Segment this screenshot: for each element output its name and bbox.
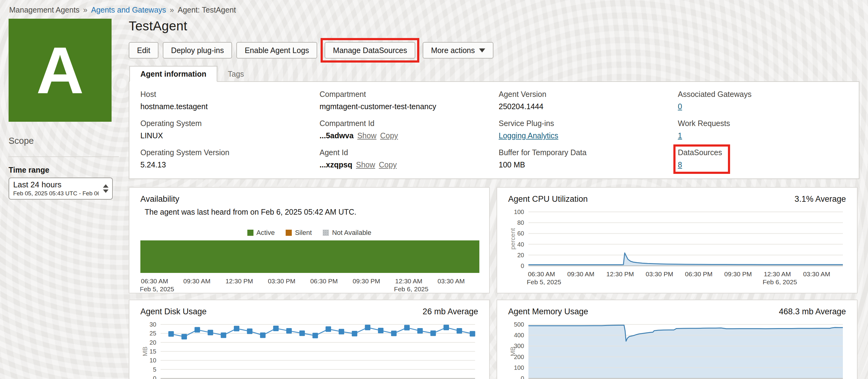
- field-agent-id: Agent Id...xzqpsqShowCopy: [320, 148, 397, 169]
- legend-item-silent: Silent: [286, 229, 312, 237]
- tab-agent-information[interactable]: Agent information: [129, 66, 217, 82]
- spinner-icon[interactable]: [103, 184, 108, 193]
- svg-text:15: 15: [150, 348, 156, 355]
- legend-item-active: Active: [247, 229, 275, 237]
- page: Management Agents»Agents and Gateways»Ag…: [0, 0, 868, 379]
- field-label: DataSources: [678, 148, 733, 157]
- field-operating-system-version: Operating System Version5.24.13: [141, 148, 229, 169]
- avatar-letter: A: [36, 37, 84, 103]
- field-operating-system: Operating SystemLINUX: [141, 119, 202, 140]
- svg-text:40: 40: [517, 241, 524, 248]
- field-link-datasources[interactable]: 8: [678, 161, 682, 169]
- field-datasources: DataSources8: [678, 148, 733, 169]
- breadcrumb-separator: »: [170, 5, 174, 14]
- field-value: 0: [678, 102, 751, 111]
- availability-subtitle: The agent was last heard from on Feb 6, …: [145, 208, 478, 216]
- field-value: ...xzqpsqShowCopy: [320, 161, 397, 169]
- spinner-down-icon[interactable]: [103, 190, 108, 193]
- manage-datasources-button[interactable]: Manage DataSources: [324, 42, 415, 59]
- cpu-chart: 020406080100percent06:30 AMFeb 5, 202509…: [508, 208, 847, 285]
- tab-tags[interactable]: Tags: [217, 66, 254, 82]
- deploy-plug-ins-button[interactable]: Deploy plug-ins: [163, 42, 232, 59]
- legend-label: Silent: [295, 229, 312, 237]
- svg-text:03:30 PM: 03:30 PM: [646, 270, 673, 278]
- cpu-title: Agent CPU Utilization: [508, 195, 588, 204]
- svg-text:03:30 AM: 03:30 AM: [437, 278, 465, 285]
- field-value-text: ...xzqpsq: [320, 161, 352, 169]
- field-value: 5.24.13: [141, 161, 229, 169]
- disk-average-label: 26 mb Average: [423, 307, 478, 316]
- disk-title: Agent Disk Usage: [141, 307, 207, 316]
- field-link-associated-gateways[interactable]: 0: [678, 102, 682, 111]
- field-value: hostname.testagent: [141, 102, 208, 111]
- svg-text:MB: MB: [509, 347, 516, 356]
- svg-text:09:30 PM: 09:30 PM: [724, 270, 752, 278]
- memory-card: Agent Memory Usage468.3 mb Average010020…: [497, 299, 858, 379]
- info-column: Associated Gateways0Work Requests1DataSo…: [678, 90, 848, 169]
- svg-text:09:30 AM: 09:30 AM: [183, 278, 211, 285]
- field-value: 8: [678, 161, 733, 169]
- svg-text:06:30 AM: 06:30 AM: [528, 270, 555, 278]
- field-work-requests: Work Requests1: [678, 119, 733, 140]
- field-value: LINUX: [141, 131, 202, 140]
- page-title: TestAgent: [129, 19, 860, 33]
- svg-text:Feb 6, 2025: Feb 6, 2025: [394, 286, 429, 293]
- breadcrumb-item-agents-and-gateways[interactable]: Agents and Gateways: [91, 5, 166, 14]
- highlight-box: Manage DataSources: [320, 38, 419, 63]
- svg-text:25: 25: [150, 330, 156, 337]
- memory-title: Agent Memory Usage: [508, 307, 588, 316]
- card-header: Agent Disk Usage26 mb Average: [141, 307, 478, 316]
- svg-text:12:30 AM: 12:30 AM: [764, 270, 791, 278]
- card-header: Agent Memory Usage468.3 mb Average: [508, 307, 846, 316]
- breadcrumb: Management Agents»Agents and Gateways»Ag…: [8, 5, 860, 14]
- field-link-service-plug-ins[interactable]: Logging Analytics: [499, 131, 558, 140]
- avatar: A: [8, 19, 112, 122]
- chart-cards: AvailabilityThe agent was last heard fro…: [129, 187, 860, 379]
- edit-button[interactable]: Edit: [129, 42, 158, 59]
- show-link[interactable]: Show: [358, 131, 377, 140]
- availability-card: AvailabilityThe agent was last heard fro…: [129, 187, 490, 293]
- copy-link[interactable]: Copy: [380, 131, 398, 140]
- field-link-work-requests[interactable]: 1: [678, 131, 682, 140]
- copy-link[interactable]: Copy: [379, 161, 397, 169]
- field-value: mgmtagent-customer-test-tenancy: [320, 102, 436, 111]
- card-header: Availability: [141, 195, 478, 204]
- svg-text:percent: percent: [509, 228, 516, 250]
- svg-text:0: 0: [153, 375, 156, 379]
- disk-card: Agent Disk Usage26 mb Average05101520253…: [129, 299, 490, 379]
- svg-text:20: 20: [517, 252, 524, 259]
- legend-not-available-swatch: [323, 230, 329, 236]
- availability-legend: ActiveSilentNot Available: [141, 229, 478, 237]
- availability-title: Availability: [141, 195, 179, 204]
- svg-text:06:30 PM: 06:30 PM: [310, 278, 338, 285]
- field-label: Operating System Version: [141, 148, 229, 157]
- cpu-average-label: 3.1% Average: [795, 195, 846, 204]
- field-buffer-for-temporary-data: Buffer for Temporary Data100 MB: [499, 148, 587, 169]
- time-range-label: Time range: [8, 166, 129, 174]
- field-value-text: ...5adwva: [320, 131, 354, 140]
- memory-chart: 0100200300400500MB06:30 AMFeb 5, 202509:…: [508, 320, 847, 379]
- svg-text:MB: MB: [141, 347, 148, 356]
- main-content: TestAgent EditDeploy plug-insEnable Agen…: [129, 19, 860, 379]
- caret-down-icon: [479, 49, 485, 53]
- spinner-up-icon[interactable]: [103, 184, 108, 188]
- time-range-select[interactable]: Last 24 hours Feb 05, 2025 05:43 UTC - F…: [8, 178, 113, 200]
- svg-text:100: 100: [514, 208, 524, 215]
- field-label: Associated Gateways: [678, 90, 751, 99]
- svg-text:10: 10: [150, 357, 156, 364]
- field-service-plug-ins: Service Plug-insLogging Analytics: [499, 119, 558, 140]
- breadcrumb-item-management-agents: Management Agents: [9, 5, 80, 14]
- breadcrumb-item-agent-testagent: Agent: TestAgent: [178, 5, 236, 14]
- time-range-dates: Feb 05, 2025 05:43 UTC - Feb 06, 2025 05…: [13, 190, 99, 197]
- enable-agent-logs-button[interactable]: Enable Agent Logs: [236, 42, 317, 59]
- svg-text:60: 60: [517, 230, 524, 237]
- field-label: Buffer for Temporary Data: [499, 148, 587, 157]
- more-actions-button[interactable]: More actions: [423, 42, 493, 59]
- legend-label: Active: [256, 229, 275, 237]
- svg-text:30: 30: [150, 321, 156, 328]
- disk-chart: 051015202530MB06:30 AMFeb 5, 202509:30 A…: [141, 320, 479, 379]
- field-label: Service Plug-ins: [499, 119, 558, 128]
- field-compartment-id: Compartment Id...5adwvaShowCopy: [320, 119, 398, 140]
- show-link[interactable]: Show: [356, 161, 375, 169]
- field-label: Agent Id: [320, 148, 397, 157]
